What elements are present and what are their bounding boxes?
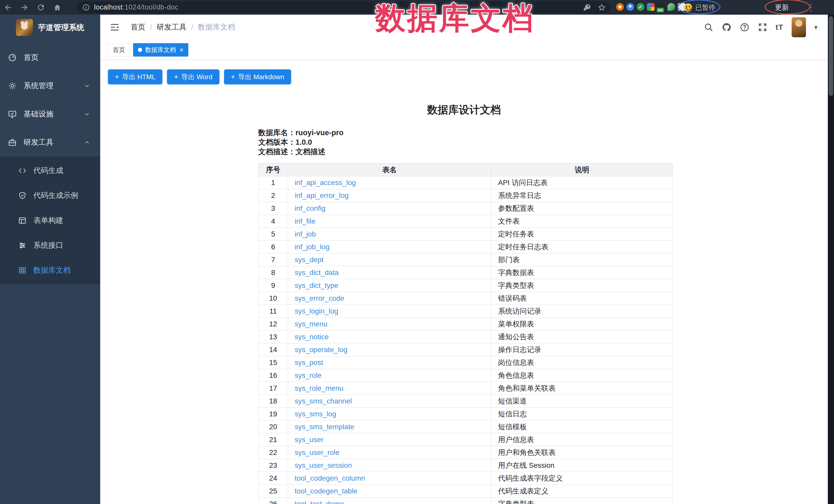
breadcrumb-item[interactable]: 首页 xyxy=(131,22,146,32)
breadcrumb-item[interactable]: 研发工具 xyxy=(157,22,186,32)
browser-home-icon[interactable] xyxy=(53,3,62,12)
tag-close-icon[interactable]: × xyxy=(180,46,183,53)
app-navbar: 首页/研发工具/数据库文档 tT ▾ xyxy=(100,15,828,40)
table-name-link[interactable]: inf_api_error_log xyxy=(295,192,349,199)
table-name-link[interactable]: sys_error_code xyxy=(295,294,344,302)
export-button-label: 导出 HTML xyxy=(122,72,155,82)
site-info-icon[interactable] xyxy=(82,4,90,11)
dashboard-icon xyxy=(8,53,17,62)
user-avatar[interactable] xyxy=(792,17,806,37)
table-desc-cell: 用户在线 Session xyxy=(491,459,673,472)
table-name-link[interactable]: tool_test_demo xyxy=(295,500,344,504)
address-bar[interactable]: localhost:1024/tool/db-doc xyxy=(77,2,611,13)
table-desc-cell: 短信渠道 xyxy=(491,395,673,408)
row-number-cell: 14 xyxy=(259,343,288,356)
sidebar-fold-icon[interactable] xyxy=(109,22,120,32)
table-name-link[interactable]: sys_role_menu xyxy=(295,384,344,392)
sidebar-item-label: 基础设施 xyxy=(24,109,53,119)
sidebar-item-infra[interactable]: 基础设施 xyxy=(0,100,100,128)
table-name-link[interactable]: sys_sms_channel xyxy=(295,397,352,405)
table-name-link[interactable]: sys_sms_template xyxy=(295,423,354,431)
table-name-link[interactable]: sys_sms_log xyxy=(295,410,336,418)
table-row: 10sys_error_code错误码表 xyxy=(259,292,673,305)
fullscreen-icon[interactable] xyxy=(758,22,767,32)
url-host: localhost xyxy=(94,3,123,11)
page-scrollbar[interactable] xyxy=(828,15,834,504)
tag-item[interactable]: 首页 xyxy=(108,43,130,57)
table-name-link[interactable]: sys_dict_type xyxy=(295,281,338,289)
search-icon[interactable] xyxy=(704,22,714,32)
infra-icon xyxy=(8,109,17,119)
app-logo[interactable]: 芋道管理系统 xyxy=(0,15,100,40)
scrollbar-thumb[interactable] xyxy=(829,16,833,96)
bookmark-star-icon[interactable] xyxy=(598,3,606,12)
table-name-link[interactable]: tool_codegen_table xyxy=(295,487,357,495)
sidebar-item-home[interactable]: 首页 xyxy=(0,43,100,72)
browser-reload-icon[interactable] xyxy=(37,3,45,12)
table-name-link[interactable]: sys_dict_data xyxy=(295,268,338,277)
document-meta: 数据库名：ruoyi-vue-pro文档版本：1.0.0文档描述：文档描述 xyxy=(258,128,344,156)
table-desc-cell: 系统异常日志 xyxy=(491,189,673,202)
chevron-down-icon xyxy=(84,83,90,89)
table-name-link[interactable]: sys_menu xyxy=(295,320,328,328)
export-button-label: 导出 Markdown xyxy=(238,72,284,82)
table-name-link[interactable]: sys_dept xyxy=(295,256,324,264)
sidebar-item-form-builder[interactable]: 表单构建 xyxy=(0,208,100,233)
table-name-link[interactable]: inf_config xyxy=(295,204,326,212)
table-name-link[interactable]: sys_notice xyxy=(295,333,329,341)
table-name-link[interactable]: inf_api_access_log xyxy=(295,179,356,187)
table-name-cell: sys_dict_data xyxy=(288,266,491,279)
export-button-1[interactable]: +导出 Word xyxy=(167,69,219,84)
help-icon[interactable] xyxy=(740,22,749,32)
extension-on-icon[interactable]: on xyxy=(657,3,665,11)
extension-sprout-icon[interactable] xyxy=(667,3,675,11)
table-name-link[interactable]: tool_codegen_column xyxy=(295,474,365,482)
plus-icon: + xyxy=(174,73,178,81)
extension-pin-icon[interactable] xyxy=(627,3,634,11)
extension-check-icon[interactable]: ✓ xyxy=(637,3,644,11)
table-name-link[interactable]: sys_user_role xyxy=(295,448,339,457)
sidebar-item-codegen-example[interactable]: 代码生成示例 xyxy=(0,183,100,208)
font-size-icon[interactable]: tT xyxy=(776,23,783,31)
table-name-link[interactable]: sys_post xyxy=(295,358,323,367)
password-key-icon[interactable] xyxy=(583,3,591,12)
table-desc-cell: 系统访问记录 xyxy=(491,305,673,318)
paused-extension-chip[interactable]: 已暂停 xyxy=(681,2,718,13)
github-icon[interactable] xyxy=(722,22,731,32)
browser-back-icon[interactable] xyxy=(4,3,12,12)
table-row: 21sys_user用户信息表 xyxy=(259,433,673,446)
table-name-link[interactable]: sys_user xyxy=(295,436,324,444)
table-name-link[interactable]: sys_user_session xyxy=(295,461,352,469)
extension-color-icon[interactable] xyxy=(647,3,655,11)
export-button-2[interactable]: +导出 Markdown xyxy=(224,69,291,84)
breadcrumb-item: 数据库文档 xyxy=(198,22,235,32)
sidebar-item-codegen[interactable]: 代码生成 xyxy=(0,158,100,183)
browser-menu-icon[interactable]: ⋮ xyxy=(807,0,815,15)
avatar-caret-down-icon[interactable]: ▾ xyxy=(814,23,817,31)
extension-orange-icon[interactable] xyxy=(616,3,624,11)
sidebar-item-api-doc[interactable]: 系统接口 xyxy=(0,233,100,258)
sidebar-item-label: 数据库文档 xyxy=(34,265,71,276)
url-text[interactable]: localhost:1024/tool/db-doc xyxy=(94,3,178,11)
table-name-link[interactable]: sys_login_log xyxy=(295,307,338,315)
table-name-link[interactable]: sys_operate_log xyxy=(295,346,347,354)
tag-active[interactable]: 数据库文档× xyxy=(133,43,188,57)
table-name-link[interactable]: inf_job xyxy=(295,230,316,238)
browser-update-button[interactable]: 更新 xyxy=(771,2,792,13)
table-row: 19sys_sms_log短信日志 xyxy=(259,408,673,420)
table-name-link[interactable]: inf_file xyxy=(295,217,315,225)
browser-forward-icon[interactable] xyxy=(20,3,29,12)
emoji-face-icon xyxy=(684,3,692,12)
export-button-0[interactable]: +导出 HTML xyxy=(108,69,162,84)
table-header-cell: 表名 xyxy=(288,163,491,176)
row-number-cell: 20 xyxy=(259,420,288,433)
table-row: 12sys_menu菜单权限表 xyxy=(259,318,673,330)
table-desc-cell: 定时任务表 xyxy=(491,228,673,241)
table-name-link[interactable]: sys_role xyxy=(295,371,322,379)
sidebar-item-devtools[interactable]: 研发工具 xyxy=(0,128,100,156)
table-name-link[interactable]: inf_job_log xyxy=(295,243,329,251)
sidebar-item-system[interactable]: 系统管理 xyxy=(0,72,100,100)
chevron-down-icon xyxy=(84,111,90,117)
sidebar-item-db-doc[interactable]: 数据库文档 xyxy=(0,258,100,283)
meta-line: 数据库名：ruoyi-vue-pro xyxy=(258,128,344,137)
